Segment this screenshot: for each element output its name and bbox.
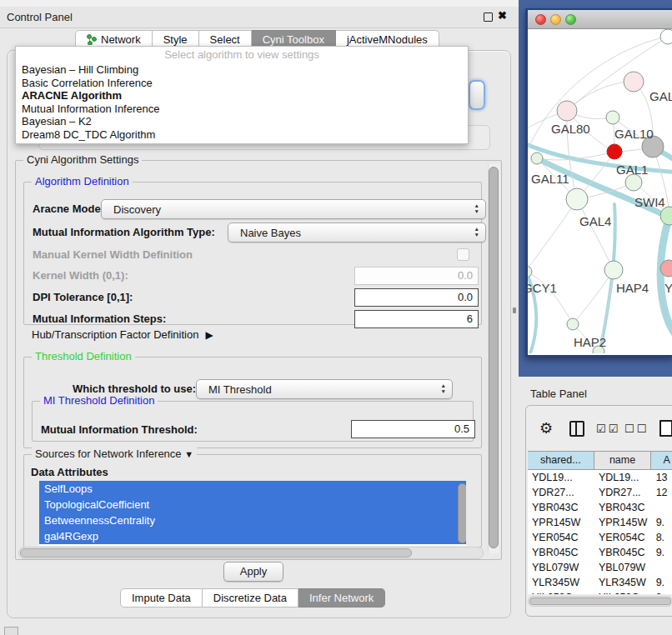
tab-impute-data[interactable]: Impute Data [120, 588, 203, 608]
network-view-window: GAL7GAL80GAL10GAL1SWI4GAL11GAL4GCY1HAP4Y… [525, 8, 672, 357]
column-header-a[interactable]: A [651, 452, 672, 469]
manual-kernel-width-checkbox[interactable] [457, 248, 469, 261]
table-cell: 9 [652, 590, 672, 594]
table-cell: YPR145W [528, 515, 594, 530]
algorithm-dropdown-popup: Select algorithm to view settings Bayesi… [15, 46, 469, 144]
collapse-arrow-icon[interactable]: ▼ [184, 449, 193, 459]
node-gal10[interactable] [606, 111, 619, 124]
column-header-shared[interactable]: shared... [528, 452, 594, 469]
data-attributes-label: Data Attributes [31, 466, 108, 478]
table-row[interactable]: YBR045CYBR045C9. [528, 545, 672, 560]
aracne-mode-select[interactable]: Discovery ▲▼ [101, 199, 486, 219]
settings-vertical-scrollbar-thumb[interactable] [489, 167, 499, 548]
mi-algorithm-type-select[interactable]: Naive Bayes ▲▼ [228, 222, 486, 242]
expand-arrow-icon[interactable]: ▶ [205, 329, 213, 341]
group-title: Algorithm Definition [32, 175, 133, 188]
tab-label: jActiveMNodules [347, 33, 428, 46]
table-row[interactable]: YER054CYER054C8. [528, 530, 672, 545]
node-gal80[interactable] [557, 101, 577, 121]
scrollbar-thumb[interactable] [529, 598, 671, 605]
network-canvas[interactable]: GAL7GAL80GAL10GAL1SWI4GAL11GAL4GCY1HAP4Y… [528, 29, 672, 353]
tab-discretize-data[interactable]: Discretize Data [203, 588, 298, 608]
select-all-checkboxes-icon[interactable]: ☑☑ [596, 422, 620, 435]
deselect-checkboxes-icon[interactable]: ☐☐ [624, 422, 649, 435]
table-row[interactable]: YLR345WYLR345W9. [528, 575, 672, 590]
node-hap4[interactable] [604, 261, 623, 279]
sources-title: Sources for Network Inference [35, 448, 182, 460]
node-hap2[interactable] [567, 318, 579, 330]
table-cell [652, 560, 672, 575]
close-icon[interactable]: ✖ [498, 9, 507, 22]
node-gcy1[interactable] [528, 266, 532, 278]
tab-label: Network [101, 33, 141, 46]
node-label-y: Y [664, 281, 672, 295]
algorithm-option-dream8-dc-tdc-algorithm[interactable]: Dream8 DC_TDC Algorithm [16, 128, 468, 142]
tab-label: Select [210, 33, 240, 46]
node-red[interactable] [607, 144, 622, 159]
table-cell: YLR345W [594, 575, 652, 590]
table-cell: YLR345W [528, 575, 594, 590]
table-row[interactable]: YDL19...YDL19...13 [528, 470, 672, 485]
float-window-icon[interactable] [484, 12, 493, 22]
algorithm-option-bayesian-hill-climbing[interactable]: Bayesian – Hill Climbing [16, 63, 468, 77]
panel-corner-icon[interactable] [4, 627, 18, 635]
attribute-item-topologicalcoefficient[interactable]: TopologicalCoefficient [39, 497, 466, 512]
node-label-gal11: GAL11 [531, 172, 569, 186]
mi-steps-label: Mutual Information Steps: [33, 312, 166, 325]
hub-definition-toggle[interactable]: Hub/Transcription Factor Definition▶ [32, 328, 213, 341]
table-row[interactable]: YIL053CYIL053C9 [528, 590, 672, 594]
algorithm-option-mutual-information-inference[interactable]: Mutual Information Inference [16, 102, 468, 116]
table-panel-body: ⚙ ☑☑ ☐☐ shared...nameA YDL19...YDL19...1… [525, 405, 672, 617]
attribute-item-gal4rgexp[interactable]: gal4RGexp [39, 528, 466, 544]
scrollbar-thumb[interactable] [458, 483, 466, 543]
hub-definition-label: Hub/Transcription Factor Definition [32, 328, 198, 341]
attributes-scrollbar[interactable] [458, 482, 465, 543]
screen: { "colors": { "selection_blue": "#3b76d8… [0, 0, 672, 635]
node-gal11[interactable] [531, 152, 543, 164]
dropdown-placeholder: Select algorithm to view settings [16, 47, 468, 63]
settings-horizontal-scrollbar-thumb[interactable] [20, 548, 412, 558]
node-gal4[interactable] [566, 188, 588, 210]
zoom-button[interactable] [565, 14, 576, 25]
table-row[interactable]: YBR043CYBR043C [528, 500, 672, 515]
node-top[interactable] [660, 29, 672, 44]
table-panel-title: Table Panel [530, 388, 587, 400]
group-title: Cyni Algorithm Settings [23, 153, 142, 166]
mi-steps-input[interactable]: 6 [354, 310, 479, 328]
tab-infer-network[interactable]: Infer Network [298, 588, 385, 608]
attribute-item-selfloops[interactable]: SelfLoops [39, 481, 466, 497]
column-view-icon[interactable] [569, 421, 584, 437]
mi-threshold-input[interactable]: 0.5 [351, 420, 475, 438]
algorithm-option-aracne-algorithm[interactable]: ARACNE Algorithm [16, 89, 468, 102]
node-gal7[interactable] [624, 72, 644, 92]
table-row[interactable]: YPR145WYPR145W9. [528, 515, 672, 530]
gear-icon[interactable]: ⚙ [539, 419, 553, 438]
node-attribute-table: shared...nameA YDL19...YDL19...13YDR27..… [528, 451, 672, 594]
table-cell: YER054C [528, 530, 594, 545]
algorithm-option-basic-correlation-inference[interactable]: Basic Correlation Inference [16, 77, 468, 90]
algorithm-option-bayesian-k2[interactable]: Bayesian – K2 [16, 115, 468, 128]
table-horizontal-scrollbar[interactable] [528, 596, 672, 607]
document-icon[interactable] [659, 420, 672, 437]
minimize-button[interactable] [550, 14, 561, 25]
splitter-handle[interactable] [513, 308, 516, 313]
apply-button[interactable]: Apply [223, 562, 283, 582]
table-cell: YBR043C [594, 500, 652, 515]
focused-spinner-fragment[interactable] [469, 80, 485, 110]
attribute-item-betweennesscentrality[interactable]: BetweennessCentrality [39, 512, 466, 528]
column-header-name[interactable]: name [594, 452, 652, 469]
node-gal1[interactable] [625, 174, 642, 191]
sources-toggle[interactable]: Sources for Network Inference ▼ [32, 448, 197, 460]
table-row[interactable]: YDR27...YDR27...12 [528, 485, 672, 500]
node-swi4[interactable] [660, 207, 672, 225]
network-edge [660, 216, 672, 339]
kernel-width-label: Kernel Width (0,1): [33, 269, 128, 282]
bottom-tab-bar: Impute DataDiscretize DataInfer Network [120, 588, 385, 608]
node-label-hap2: HAP2 [574, 335, 606, 349]
table-row[interactable]: YBL079WYBL079W [528, 560, 672, 575]
which-threshold-select[interactable]: MI Threshold ▲▼ [196, 379, 453, 399]
close-button[interactable] [535, 14, 546, 25]
table-cell [652, 500, 672, 515]
network-window-titlebar[interactable] [528, 10, 672, 29]
dpi-tolerance-input[interactable]: 0.0 [354, 288, 479, 307]
